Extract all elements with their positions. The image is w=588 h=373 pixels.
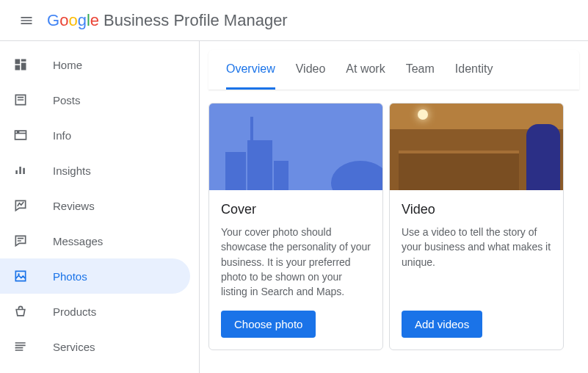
video-card-title: Video [402, 202, 551, 217]
tab-identity[interactable]: Identity [455, 50, 493, 90]
sidebar-item-products[interactable]: Products [0, 294, 190, 329]
info-icon [12, 126, 29, 144]
choose-photo-button[interactable]: Choose photo [221, 311, 316, 338]
tab-team[interactable]: Team [406, 50, 435, 90]
sidebar-item-label: Photos [53, 270, 87, 283]
cover-card-desc: Your cover photo should showcase the per… [221, 225, 371, 299]
svg-point-3 [15, 345, 17, 347]
svg-point-1 [18, 273, 20, 275]
tab-at-work[interactable]: At work [346, 50, 385, 90]
google-logo: Google [47, 11, 99, 30]
products-icon [12, 303, 29, 320]
posts-icon [12, 91, 29, 109]
sidebar-item-label: Services [53, 341, 95, 353]
sidebar-item-label: Reviews [53, 200, 95, 212]
services-icon [12, 338, 29, 355]
sidebar-item-info[interactable]: Info [0, 117, 190, 153]
sidebar-item-label: Insights [53, 164, 91, 177]
messages-icon [12, 232, 29, 250]
sidebar-item-home[interactable]: Home [0, 47, 190, 82]
hamburger-menu-button[interactable] [12, 6, 41, 35]
sidebar-item-label: Info [53, 129, 71, 142]
photos-icon [12, 267, 29, 285]
cover-illustration [209, 104, 382, 190]
reviews-icon [12, 197, 29, 214]
video-card: Video Use a video to tell the story of y… [389, 103, 564, 350]
topbar: Google Business Profile Manager [0, 0, 588, 41]
hamburger-icon [19, 13, 34, 28]
sidebar-item-posts[interactable]: Posts [0, 82, 190, 117]
svg-point-4 [15, 347, 17, 349]
video-illustration [390, 104, 563, 190]
sidebar-item-reviews[interactable]: Reviews [0, 188, 190, 223]
main-content: OverviewVideoAt workTeamIdentity Cover Y… [200, 41, 588, 373]
tab-overview[interactable]: Overview [226, 50, 275, 90]
cover-card-title: Cover [221, 202, 371, 217]
brand-block: Google Business Profile Manager [47, 11, 288, 30]
sidebar-item-label: Posts [53, 94, 81, 106]
video-card-desc: Use a video to tell the story of your bu… [402, 225, 551, 299]
sidebar-item-messages[interactable]: Messages [0, 223, 190, 258]
sidebar-item-services[interactable]: Services [0, 329, 190, 364]
sidebar-item-label: Home [53, 59, 82, 71]
cover-card: Cover Your cover photo should showcase t… [208, 103, 383, 350]
sidebar-item-label: Products [53, 305, 96, 318]
cards-row: Cover Your cover photo should showcase t… [208, 103, 579, 350]
sidebar: HomePostsInfoInsightsReviewsMessagesPhot… [0, 41, 200, 373]
sidebar-item-insights[interactable]: Insights [0, 153, 190, 188]
product-name: Business Profile Manager [104, 11, 288, 30]
sidebar-item-photos[interactable]: Photos [0, 258, 190, 294]
photo-tabs: OverviewVideoAt workTeamIdentity [208, 50, 579, 90]
svg-rect-0 [17, 131, 19, 133]
svg-point-2 [15, 342, 17, 344]
svg-point-5 [15, 350, 17, 351]
home-icon [12, 56, 29, 73]
add-videos-button[interactable]: Add videos [402, 311, 482, 338]
sidebar-item-label: Messages [53, 235, 103, 247]
tab-video[interactable]: Video [296, 50, 326, 90]
insights-icon [12, 162, 29, 179]
